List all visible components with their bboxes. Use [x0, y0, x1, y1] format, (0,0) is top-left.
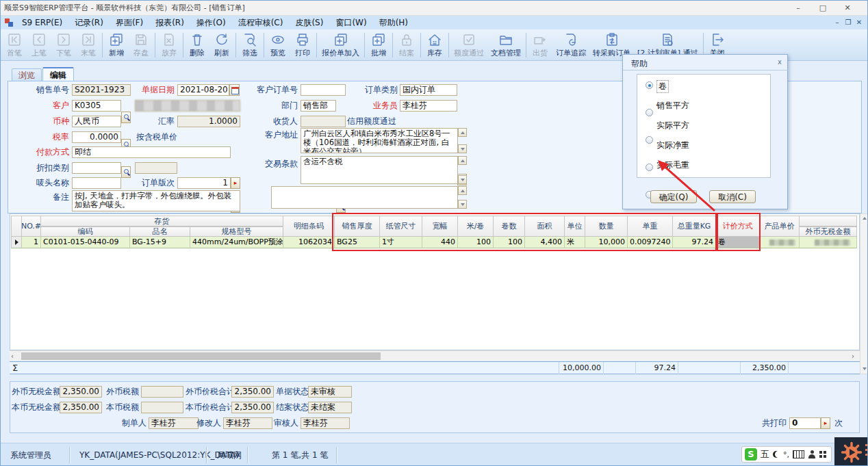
- extra-notes-field[interactable]: [271, 186, 458, 209]
- radio-actual-net-weight[interactable]: [646, 164, 653, 171]
- add-from-quote-button[interactable]: 报价单加入: [318, 30, 363, 60]
- radio-sales-sqm[interactable]: [646, 109, 653, 116]
- inventory-button[interactable]: 库存: [422, 30, 447, 60]
- document-mgmt-button[interactable]: 文档管理: [487, 30, 524, 60]
- customer-code-field[interactable]: K0305: [72, 100, 121, 112]
- hscroll-thumb[interactable]: [21, 352, 381, 360]
- prev-record-button[interactable]: 上笔: [27, 30, 51, 60]
- discount-category-field[interactable]: [72, 162, 121, 174]
- scroll-right-icon[interactable]: ›: [852, 353, 858, 359]
- col-header-name[interactable]: 品名: [130, 226, 190, 237]
- print-button[interactable]: 打印: [290, 30, 315, 60]
- add-button[interactable]: 新增: [104, 30, 129, 60]
- department-field[interactable]: 销售部: [301, 100, 336, 112]
- address-scroll-down-icon[interactable]: [458, 144, 467, 153]
- terms-scroll-down-icon[interactable]: [458, 175, 467, 184]
- row-marker[interactable]: [11, 237, 22, 248]
- col-header-no[interactable]: NO.#: [22, 216, 41, 237]
- order-track-button[interactable]: 订单追踪: [552, 30, 589, 60]
- save-button[interactable]: 存盘: [129, 30, 153, 60]
- menu-skin[interactable]: 皮肤(S): [289, 16, 329, 29]
- radio-roll-label[interactable]: 卷: [656, 80, 669, 93]
- order-date-field[interactable]: 2021-08-20: [177, 84, 229, 96]
- cell-name[interactable]: BG-15+9: [130, 237, 190, 248]
- maximize-icon[interactable]: □: [813, 1, 833, 15]
- next-record-button[interactable]: 下笔: [51, 30, 76, 60]
- cancel-button[interactable]: 取消(C): [709, 190, 756, 203]
- discard-button[interactable]: 放弃: [157, 30, 181, 60]
- print-count-field[interactable]: 0: [789, 417, 821, 429]
- col-header-spec[interactable]: 规格型号: [190, 226, 283, 237]
- col-header-unit-price[interactable]: 产品单价: [760, 216, 800, 237]
- salesman-field[interactable]: 李桂芬: [400, 100, 457, 112]
- ok-button[interactable]: 确定(Q): [650, 190, 697, 203]
- order-version-field[interactable]: 1: [177, 177, 231, 189]
- terms-scroll-up-icon[interactable]: [458, 156, 467, 165]
- menu-report[interactable]: 报表(R): [149, 16, 190, 29]
- menu-s9erp[interactable]: S9 ERP(E): [16, 16, 68, 29]
- mark-name-field[interactable]: [72, 177, 121, 189]
- user-profile-icon[interactable]: [808, 450, 816, 458]
- close-case-button[interactable]: 结案: [394, 30, 419, 60]
- menu-help[interactable]: 帮助(H): [373, 16, 414, 29]
- col-header-code[interactable]: 编码: [41, 226, 130, 237]
- order-version-spinner-icon[interactable]: ▸: [231, 177, 240, 189]
- tab-browse[interactable]: 浏览: [12, 68, 42, 81]
- col-header-barcode[interactable]: 明细条码: [283, 216, 335, 237]
- scroll-up-icon[interactable]: [863, 217, 867, 220]
- cell-unit-price-redacted[interactable]: [760, 237, 800, 248]
- col-header-fc-amount[interactable]: 外币无税金额: [800, 226, 857, 237]
- delete-button[interactable]: 删除: [185, 30, 209, 60]
- refresh-button[interactable]: 刷新: [209, 30, 234, 60]
- remark-field[interactable]: 按J, 天地盒，打井字带，外包缠绕膜。外包装加贴客户唛头。: [72, 190, 240, 211]
- cell-spec[interactable]: 440mm/24um/BOPP预涂...: [190, 237, 283, 248]
- cell-code[interactable]: C0101-015-0440-09: [41, 237, 130, 248]
- calendar-icon[interactable]: [229, 84, 240, 96]
- ime-toolbar[interactable]: S 五 °,: [741, 446, 832, 463]
- cell-no[interactable]: 1: [22, 237, 41, 248]
- credit-pass-button[interactable]: 额度通过: [450, 30, 487, 60]
- radio-sales-sqm-label[interactable]: 销售平方: [656, 100, 689, 112]
- menu-interface[interactable]: 界面(F): [110, 16, 149, 29]
- menu-workflow[interactable]: 流程审核(C): [232, 16, 290, 29]
- ship-button[interactable]: 出货: [528, 30, 552, 60]
- recorder-logo-tile[interactable]: [834, 437, 868, 466]
- minimize-icon[interactable]: –: [788, 1, 808, 15]
- mdi-minimize-icon[interactable]: –: [832, 16, 843, 29]
- tab-edit[interactable]: 编辑: [42, 67, 74, 81]
- radio-actual-sqm[interactable]: [646, 136, 653, 144]
- tools-grid-icon[interactable]: [819, 451, 826, 458]
- mdi-close-icon[interactable]: ✕: [854, 16, 865, 29]
- grid-hscrollbar[interactable]: ‹ ›: [10, 350, 860, 361]
- address-scroll-up-icon[interactable]: [458, 128, 467, 137]
- menu-operation[interactable]: 操作(O): [190, 16, 232, 29]
- cell-fc-amount-redacted[interactable]: [800, 237, 857, 248]
- notes-scroll-down-icon[interactable]: [458, 200, 467, 209]
- customer-po-field[interactable]: [301, 84, 346, 96]
- cell-barcode[interactable]: 1062034: [283, 237, 335, 248]
- radio-actual-net-weight-label[interactable]: 实际净重: [656, 140, 689, 151]
- moon-icon[interactable]: [773, 451, 780, 458]
- customer-lookup-icon[interactable]: [121, 112, 131, 123]
- preview-button[interactable]: 预览: [266, 30, 290, 60]
- help-close-icon[interactable]: x: [775, 57, 784, 67]
- trade-terms-field[interactable]: 含运不含税: [301, 156, 458, 184]
- notes-scroll-up-icon[interactable]: [458, 186, 467, 195]
- last-record-button[interactable]: 末笔: [76, 30, 101, 60]
- batch-add-button[interactable]: 批增: [366, 30, 391, 60]
- filter-button[interactable]: 筛选: [238, 30, 262, 60]
- scroll-down-icon[interactable]: [863, 367, 867, 370]
- print-count-spinner-icon[interactable]: ▸: [821, 417, 830, 429]
- radio-actual-gross-weight-label[interactable]: 实际毛重: [656, 159, 689, 171]
- close-icon[interactable]: ✕: [837, 1, 858, 15]
- ime-mode-indicator[interactable]: 五: [761, 448, 769, 461]
- customer-address-field[interactable]: 广州白云区人和镇白米布秀水工业区8号一楼（106国道，时利和海鲜酒家正对面, 白…: [301, 128, 458, 153]
- tax-rate-lookup-icon[interactable]: [121, 166, 131, 178]
- mdi-restore-icon[interactable]: ❐: [843, 16, 854, 29]
- currency-field[interactable]: 人民币: [72, 116, 121, 127]
- ime-logo-icon[interactable]: S: [745, 448, 757, 461]
- radio-actual-sqm-label[interactable]: 实际平方: [656, 120, 689, 131]
- keyboard-icon[interactable]: [793, 450, 804, 458]
- first-record-button[interactable]: 首笔: [2, 30, 27, 60]
- punctuation-indicator[interactable]: °,: [783, 450, 789, 459]
